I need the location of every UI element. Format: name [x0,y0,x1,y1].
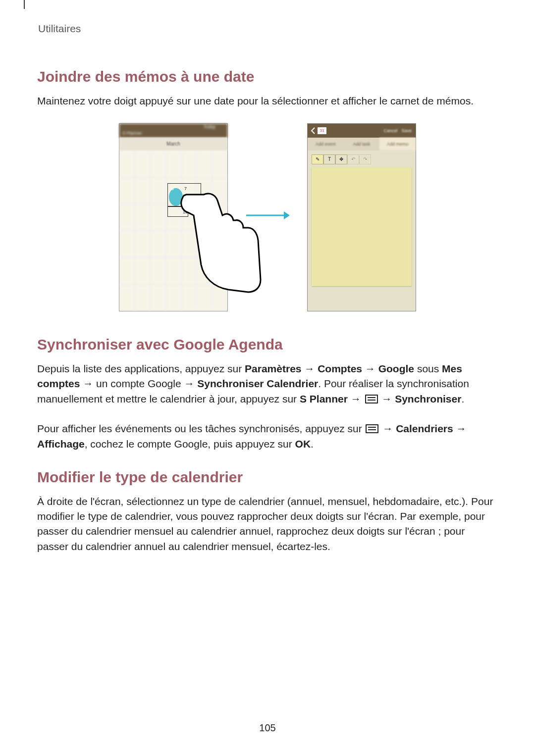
redo-icon: ↷ [359,154,371,164]
screenshot-calendar: S Planner Today March 6 7 13 [119,123,228,311]
s2p2-d: , cochez le compte Google, puis appuyez … [85,438,295,450]
s2p2-ar1: → [379,423,396,434]
cal-today-btn: Today [204,124,215,130]
memo-tab-task: Add task [344,138,380,151]
section1-para: Maintenez votre doigt appuyé sur une dat… [37,94,498,108]
memo-toolbar: ✎ T ✥ ↶ ↷ [312,154,371,163]
section2-p1: Depuis la liste des applications, appuye… [37,361,498,406]
memo-save: Save [401,128,412,134]
text-tool-icon: T [323,154,335,164]
illustration-row: S Planner Today March 6 7 13 [37,123,498,311]
memo-tabs: Add event Add task Add memo [308,138,416,151]
menu-icon-2 [366,424,378,433]
s2p1-h: Synchroniser Calendrier [197,378,318,389]
s2p1-l: . [461,393,464,404]
pen-icon: ✎ [312,154,323,164]
section-title-change-type: Modifier le type de calendrier [37,466,498,488]
svg-marker-1 [284,211,290,219]
undo-icon: ↶ [347,154,359,164]
page-number: 105 [0,721,535,735]
memo-cancel: Cancel [383,128,397,134]
back-icon [311,127,316,134]
screenshot-memo: 31 Cancel Save Add event Add task Add me… [307,123,416,311]
s2p2-f: . [311,438,314,450]
s2p1-g: → un compte Google → [80,378,197,389]
cal-month-label: March [119,138,227,151]
memo-date-badge: 31 [318,127,326,134]
page-top-tick [24,0,25,9]
cal-title: S Planner [122,131,142,136]
cal-month-header: March [119,138,227,151]
s2p1-ar3: → [348,393,364,404]
s2p1-ar1: → [302,363,318,374]
breadcrumb: Utilitaires [38,21,498,36]
s2p1-b: Paramètres [245,363,301,374]
menu-icon [365,395,378,403]
memo-tab-event: Add event [308,138,344,151]
s2p1-k: Synchroniser [395,393,461,404]
memo-bottom-bar [308,293,416,311]
s2p2-b: Calendriers [396,423,453,434]
s2p1-ar2: → [362,363,378,374]
s2p2-c: Affichage [37,438,85,450]
cal-titlebar: S Planner Today [119,124,227,138]
section-title-google-sync: Synchroniser avec Google Agenda [37,334,498,355]
section3-para: À droite de l'écran, sélectionnez un typ… [37,494,498,554]
eraser-icon: ✥ [335,154,347,164]
memo-tab-memo: Add memo [379,138,416,151]
memo-canvas [312,167,412,286]
section-title-memo-date: Joindre des mémos à une date [37,66,498,88]
s2p1-e: sous [414,363,442,374]
s2p1-c: Comptes [318,363,362,374]
s2p1-d: Google [378,363,414,374]
s2p1-ar4: → [379,393,395,404]
s2p2-e: OK [295,438,311,450]
section2-p2: Pour afficher les événements ou les tâch… [37,421,498,452]
s2p1-a: Depuis la liste des applications, appuye… [37,363,245,374]
s2p2-a: Pour afficher les événements ou les tâch… [37,423,365,434]
memo-titlebar: 31 Cancel Save [308,124,416,138]
s2p1-j: S Planner [300,393,348,404]
s2p2-ar2: → [453,423,467,434]
hand-icon [174,191,263,299]
